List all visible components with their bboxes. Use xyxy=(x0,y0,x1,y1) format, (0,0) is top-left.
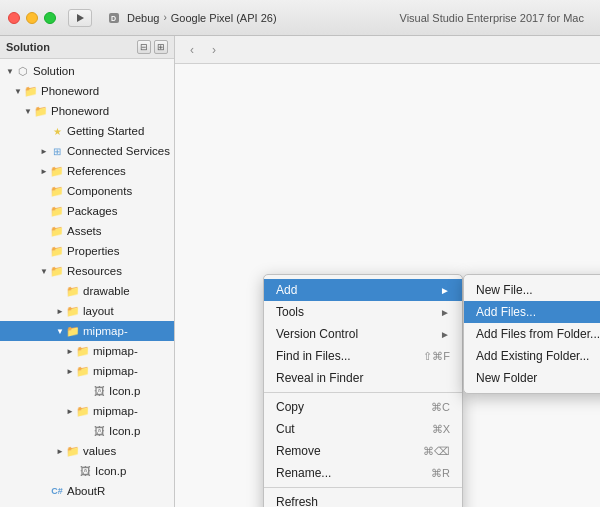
tree-view: ▼ ⬡ Solution ▼ 📁 Phoneword ▼ 📁 Phoneword xyxy=(0,59,174,502)
submenu-item-add-existing-folder[interactable]: Add Existing Folder... xyxy=(464,345,600,367)
tree-item-mipmap3[interactable]: ► 📁 mipmap- xyxy=(0,401,174,421)
menu-item-cut-label: Cut xyxy=(276,422,416,436)
arrow-aboutr xyxy=(38,485,50,497)
arrow-resources: ▼ xyxy=(38,265,50,277)
folder-icon-packages: 📁 xyxy=(50,204,64,218)
menu-item-tools[interactable]: Tools ► xyxy=(264,301,462,323)
sidebar-controls: ⊟ ⊞ xyxy=(137,40,168,54)
context-menu: Add ► Tools ► Version Control ► Find in … xyxy=(263,274,463,507)
sidebar-expand-button[interactable]: ⊞ xyxy=(154,40,168,54)
tree-item-getting-started[interactable]: ★ Getting Started xyxy=(0,121,174,141)
traffic-lights xyxy=(8,12,56,24)
tree-item-values[interactable]: ► 📁 values xyxy=(0,441,174,461)
folder-icon-mipmap2: 📁 xyxy=(76,364,90,378)
menu-separator-2 xyxy=(264,487,462,488)
tree-item-phoneword-sub[interactable]: ▼ 📁 Phoneword xyxy=(0,101,174,121)
tree-item-solution[interactable]: ▼ ⬡ Solution xyxy=(0,61,174,81)
arrow-references: ► xyxy=(38,165,50,177)
tree-item-mipmap1[interactable]: ► 📁 mipmap- xyxy=(0,341,174,361)
tree-item-assets[interactable]: 📁 Assets xyxy=(0,221,174,241)
breadcrumb: D Debug › Google Pixel (API 26) xyxy=(108,12,392,24)
file-icon-icon2: 🖼 xyxy=(92,424,106,438)
solution-icon: ⬡ xyxy=(16,64,30,78)
submenu-new-folder-label: New Folder xyxy=(476,371,600,385)
submenu-item-add-files-folder[interactable]: Add Files from Folder... xyxy=(464,323,600,345)
arrow-properties xyxy=(38,245,50,257)
arrow-icon2 xyxy=(80,425,92,437)
breadcrumb-debug: D Debug xyxy=(108,12,159,24)
folder-icon-resources: 📁 xyxy=(50,264,64,278)
arrow-connected: ► xyxy=(38,145,50,157)
folder-icon-drawable: 📁 xyxy=(66,284,80,298)
tree-item-phoneword-root[interactable]: ▼ 📁 Phoneword xyxy=(0,81,174,101)
menu-item-remove-label: Remove xyxy=(276,444,407,458)
menu-item-find-label: Find in Files... xyxy=(276,349,407,363)
shortcut-rename: ⌘R xyxy=(431,467,450,480)
menu-item-refresh[interactable]: Refresh xyxy=(264,491,462,507)
arrow-mipmap3: ► xyxy=(64,405,76,417)
play-button[interactable] xyxy=(68,9,92,27)
menu-item-rename-label: Rename... xyxy=(276,466,415,480)
close-button[interactable] xyxy=(8,12,20,24)
menu-item-reveal-label: Reveal in Finder xyxy=(276,371,450,385)
menu-item-remove[interactable]: Remove ⌘⌫ xyxy=(264,440,462,462)
sidebar-header: Solution ⊟ ⊞ xyxy=(0,36,174,59)
arrow-solution: ▼ xyxy=(4,65,16,77)
submenu: New File... Add Files... ⌥⌘A Add Files f… xyxy=(463,274,600,394)
tree-item-mipmap-selected[interactable]: ▼ 📁 mipmap- xyxy=(0,321,174,341)
tree-item-components[interactable]: 📁 Components xyxy=(0,181,174,201)
menu-item-find-in-files[interactable]: Find in Files... ⇧⌘F xyxy=(264,345,462,367)
arrow-empty xyxy=(38,125,50,137)
file-icon-icon1: 🖼 xyxy=(92,384,106,398)
svg-marker-0 xyxy=(77,14,84,22)
shortcut-cut: ⌘X xyxy=(432,423,450,436)
shortcut-copy: ⌘C xyxy=(431,401,450,414)
menu-item-reveal[interactable]: Reveal in Finder xyxy=(264,367,462,389)
folder-icon-layout: 📁 xyxy=(66,304,80,318)
folder-icon-assets: 📁 xyxy=(50,224,64,238)
submenu-item-add-files[interactable]: Add Files... ⌥⌘A xyxy=(464,301,600,323)
submenu-arrow-add: ► xyxy=(440,285,450,296)
menu-item-add-label: Add xyxy=(276,283,436,297)
arrow-icon3 xyxy=(66,465,78,477)
submenu-item-new-folder[interactable]: New Folder xyxy=(464,367,600,389)
svg-text:D: D xyxy=(111,15,116,22)
tree-item-references[interactable]: ► 📁 References xyxy=(0,161,174,181)
maximize-button[interactable] xyxy=(44,12,56,24)
menu-item-cut[interactable]: Cut ⌘X xyxy=(264,418,462,440)
menu-item-copy[interactable]: Copy ⌘C xyxy=(264,396,462,418)
tree-item-aboutr[interactable]: C# AboutR xyxy=(0,481,174,501)
forward-button[interactable]: › xyxy=(205,41,223,59)
menu-item-version-control[interactable]: Version Control ► xyxy=(264,323,462,345)
menu-separator-1 xyxy=(264,392,462,393)
menu-item-rename[interactable]: Rename... ⌘R xyxy=(264,462,462,484)
shortcut-find: ⇧⌘F xyxy=(423,350,450,363)
folder-icon-mipmap-selected: 📁 xyxy=(66,324,80,338)
ide-label: Visual Studio Enterprise 2017 for Mac xyxy=(400,12,584,24)
folder-icon-phoneword-root: 📁 xyxy=(24,84,38,98)
tree-item-icon3[interactable]: 🖼 Icon.p xyxy=(0,461,174,481)
file-icon-icon3: 🖼 xyxy=(78,464,92,478)
folder-icon-values: 📁 xyxy=(66,444,80,458)
folder-icon-references: 📁 xyxy=(50,164,64,178)
arrow-icon1 xyxy=(80,385,92,397)
tree-item-icon1[interactable]: 🖼 Icon.p xyxy=(0,381,174,401)
menu-item-refresh-label: Refresh xyxy=(276,495,450,507)
menu-item-add[interactable]: Add ► xyxy=(264,279,462,301)
tree-item-properties[interactable]: 📁 Properties xyxy=(0,241,174,261)
submenu-add-files-folder-label: Add Files from Folder... xyxy=(476,327,600,341)
submenu-item-new-file[interactable]: New File... xyxy=(464,279,600,301)
minimize-button[interactable] xyxy=(26,12,38,24)
tree-item-layout[interactable]: ► 📁 layout xyxy=(0,301,174,321)
tree-item-connected-services[interactable]: ► ⊞ Connected Services xyxy=(0,141,174,161)
breadcrumb-sep-1: › xyxy=(163,12,166,23)
tree-item-drawable[interactable]: 📁 drawable xyxy=(0,281,174,301)
sidebar-collapse-button[interactable]: ⊟ xyxy=(137,40,151,54)
tree-item-packages[interactable]: 📁 Packages xyxy=(0,201,174,221)
menu-item-copy-label: Copy xyxy=(276,400,415,414)
back-button[interactable]: ‹ xyxy=(183,41,201,59)
tree-item-mipmap2[interactable]: ► 📁 mipmap- xyxy=(0,361,174,381)
tree-item-resourc[interactable]: C# Resourc xyxy=(0,501,174,502)
tree-item-icon2[interactable]: 🖼 Icon.p xyxy=(0,421,174,441)
tree-item-resources[interactable]: ▼ 📁 Resources xyxy=(0,261,174,281)
